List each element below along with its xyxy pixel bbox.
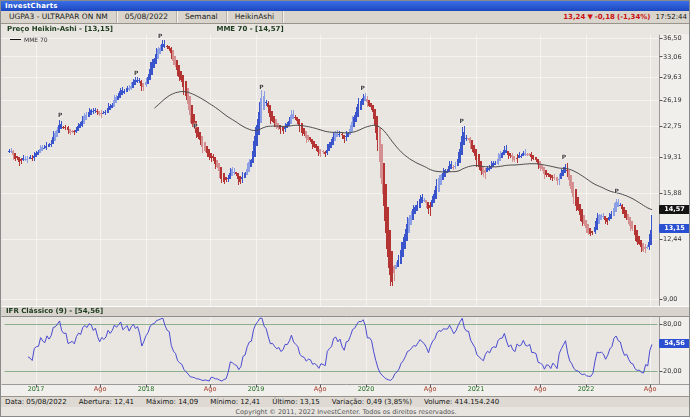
chart-type-selector[interactable]: HeikinAshi (227, 11, 283, 23)
investcharts-window: InvestCharts UGPA3 - ULTRAPAR ON NM 05/0… (0, 0, 690, 417)
pivot-marker: P (193, 122, 197, 129)
pivot-marker: P (459, 117, 463, 124)
pivot-marker: P (58, 111, 62, 118)
series-legend: Preço Heikin-Ashi - [13,15] MME 70 - [14… (7, 25, 284, 33)
copyright: Copyright © 2011, 2022 InvestCenter. Tod… (1, 407, 690, 417)
price-axis-label: 15,88 (663, 189, 682, 197)
status-field: Abertura: 12,41 (79, 398, 134, 406)
indicator-axis-label: 20,00 (663, 367, 682, 375)
quote-last: 13,24 (563, 13, 585, 21)
price-axis-label: 12,44 (663, 235, 682, 243)
price-badge: 14,57 (659, 205, 690, 214)
clock: 17:52:44 (656, 13, 687, 21)
time-axis-label: 2020 (358, 385, 375, 393)
price-axis-label: 19,31 (663, 153, 682, 161)
price-axis-label: 29,63 (663, 73, 682, 81)
time-axis-label: 2021 (468, 385, 485, 393)
mme-legend: MME 70 (10, 36, 48, 43)
status-field: Último: 13,15 (272, 398, 319, 406)
pivot-marker: P (562, 153, 566, 160)
status-field: Variação: 0,49 (3,85%) (332, 398, 412, 406)
indicator-header[interactable]: IFR Clássico (9) - [54,56] (6, 306, 103, 317)
pivot-marker: P (259, 83, 263, 90)
time-axis-label: Ago (314, 385, 327, 393)
status-field: Máximo: 14,09 (146, 398, 198, 406)
pivot-marker: P (158, 32, 162, 39)
price-axis-label: 9,00 (663, 295, 677, 303)
price-series-label[interactable]: Preço Heikin-Ashi - [13,15] (7, 25, 214, 33)
indicator-axis-label: 80,00 (663, 320, 682, 328)
symbol-selector[interactable]: UGPA3 - ULTRAPAR ON NM (1, 11, 117, 23)
chart-canvas[interactable] (1, 24, 690, 396)
quote-change: -0,18 (595, 13, 615, 21)
mme-line-swatch (10, 39, 21, 40)
quote-ticker: 13,24▼-0,18(-1,34%) (561, 13, 650, 21)
app-title: InvestCharts (5, 2, 58, 10)
time-axis-label: Ago (94, 385, 107, 393)
time-axis-label: Ago (204, 385, 217, 393)
status-field: Data: 05/08/2022 (5, 398, 67, 406)
price-axis-label: 26,19 (663, 96, 682, 104)
price-axis-label: 33,06 (663, 53, 682, 61)
toolbar: UGPA3 - ULTRAPAR ON NM 05/08/2022 Semana… (1, 11, 690, 24)
quote-change-pct: (-1,34%) (617, 13, 651, 21)
window-titlebar[interactable]: InvestCharts (1, 1, 690, 11)
status-bar: Data: 05/08/2022Abertura: 12,41Máximo: 1… (1, 396, 690, 407)
mme-series-label[interactable]: MME 70 - [14,57] (216, 25, 283, 33)
indicator-badge: 54,56 (659, 339, 690, 348)
quote-arrow-down-icon: ▼ (587, 13, 592, 21)
price-axis-label: 36,50 (663, 34, 682, 42)
time-axis-label: 2022 (578, 385, 595, 393)
time-axis-label: 2017 (28, 385, 45, 393)
price-badge: 13,15 (659, 224, 690, 233)
pivot-marker: P (360, 84, 364, 91)
time-axis-label: Ago (644, 385, 657, 393)
mme-legend-label: MME 70 (24, 36, 48, 43)
pivot-marker: P (615, 187, 619, 194)
time-axis-label: 2018 (138, 385, 155, 393)
pivot-marker: P (134, 69, 138, 76)
timeframe-selector[interactable]: Semanal (177, 11, 227, 23)
time-axis-label: 2019 (248, 385, 265, 393)
time-axis-label: Ago (424, 385, 437, 393)
price-axis-label: 22,75 (663, 122, 682, 130)
time-axis-label: Ago (534, 385, 547, 393)
status-field: Volume: 414.154.240 (424, 398, 499, 406)
status-field: Mínimo: 12,41 (210, 398, 260, 406)
date-selector[interactable]: 05/08/2022 (117, 11, 177, 23)
